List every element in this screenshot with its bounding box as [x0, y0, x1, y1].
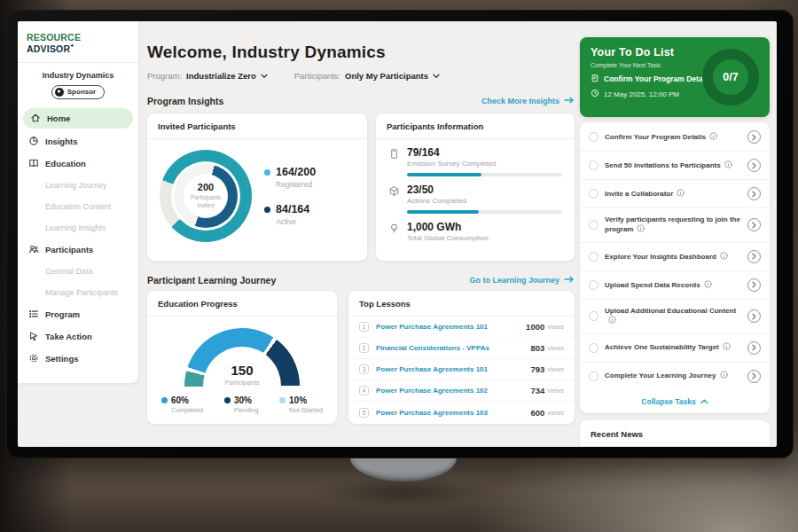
- gauge-chart: 150 Participants: [184, 328, 300, 387]
- sidebar-item-label: Settings: [45, 354, 78, 364]
- link-label: Go to Learning Journey: [469, 276, 559, 285]
- sidebar-item-home[interactable]: Home: [23, 108, 133, 129]
- invited-participants-card: Invited Participants 200 Participants In…: [147, 113, 367, 261]
- task-checkbox[interactable]: [589, 343, 598, 353]
- gauge-center-value: 150: [184, 364, 300, 377]
- program-icon: [28, 309, 39, 319]
- stat-value: 79/164: [407, 146, 496, 159]
- lesson-link[interactable]: Power Purchase Agreements 101: [376, 323, 526, 331]
- program-select[interactable]: Program: Industrialize Zero: [147, 71, 268, 81]
- stat-label: Emission Survey Completed: [407, 160, 496, 168]
- sidebar-item-label: Insights: [45, 137, 77, 146]
- legend-item-completed: 60% Completed: [161, 395, 203, 414]
- task-open-button[interactable]: [747, 309, 761, 323]
- task-checkbox[interactable]: [589, 132, 598, 142]
- task-checkbox[interactable]: [589, 252, 598, 262]
- rank-badge: 5: [359, 408, 369, 418]
- task-open-button[interactable]: [747, 218, 761, 231]
- task-checkbox[interactable]: [589, 189, 598, 199]
- sidebar-item-label: Education: [45, 159, 86, 168]
- info-icon[interactable]: [720, 371, 728, 379]
- task-row: Verify participants requesting to join t…: [580, 208, 770, 243]
- education-icon: [28, 158, 39, 168]
- views-count: 793: [530, 364, 544, 374]
- task-checkbox[interactable]: [589, 160, 598, 170]
- sidebar-item-manage-participants[interactable]: Manage Participants: [18, 282, 138, 303]
- gear-icon: [28, 353, 39, 364]
- info-icon[interactable]: [677, 189, 685, 197]
- sponsor-badge[interactable]: Sponsor: [51, 85, 105, 99]
- task-label: Confirm Your Program Details: [605, 133, 706, 141]
- dashboard-screen: RESOURCE ADVISOR+ Industry Dynamics Spon…: [18, 21, 777, 447]
- info-icon[interactable]: [724, 160, 732, 168]
- sponsor-label: Sponsor: [67, 88, 96, 96]
- section-title: Program Insights: [147, 96, 223, 106]
- gauge-legend: 60% Completed 30% Pending 10% Not Starte…: [147, 387, 337, 414]
- task-open-button[interactable]: [747, 130, 761, 144]
- legend-dot: [161, 397, 168, 403]
- sidebar-item-learning-journey[interactable]: Learning Journey: [18, 175, 138, 196]
- sidebar-item-take-action[interactable]: Take Action: [18, 325, 138, 348]
- todo-progress-ring: 0/7: [702, 49, 759, 106]
- collapse-tasks-link[interactable]: Collapse Tasks: [580, 390, 770, 411]
- task-open-button[interactable]: [747, 159, 761, 172]
- sidebar-item-general-data[interactable]: General Data: [18, 261, 138, 282]
- task-open-button[interactable]: [747, 250, 761, 263]
- info-icon[interactable]: [720, 252, 728, 260]
- sidebar-item-education-content[interactable]: Education Content: [18, 196, 138, 217]
- task-open-button[interactable]: [747, 187, 761, 200]
- actions-icon: [388, 185, 400, 197]
- lesson-link[interactable]: Power Purchase Agreements 102: [376, 387, 530, 395]
- task-open-button[interactable]: [747, 278, 761, 292]
- legend-label: Pending: [234, 406, 259, 414]
- task-checkbox[interactable]: [589, 311, 598, 321]
- task-checkbox[interactable]: [589, 220, 598, 230]
- stat-consumption: 1,000 GWh Total Global Consumption: [376, 214, 575, 242]
- check-more-insights-link[interactable]: Check More Insights: [481, 97, 575, 106]
- stat-actions: 23/50 Actions Completed: [376, 176, 575, 205]
- sidebar-item-learning-insights[interactable]: Learning Insights: [18, 217, 138, 239]
- filter-bar: Program: Industrialize Zero Participants…: [147, 71, 440, 81]
- donut-center: 200 Participants Invited: [184, 174, 228, 218]
- info-icon[interactable]: [608, 316, 616, 324]
- info-icon[interactable]: [709, 132, 717, 140]
- sidebar-item-participants[interactable]: Participants: [18, 239, 138, 261]
- task-checkbox[interactable]: [589, 280, 598, 290]
- task-open-button[interactable]: [747, 370, 761, 383]
- donut-center-label: Participants Invited: [186, 194, 225, 210]
- chevron-up-icon: [700, 397, 708, 406]
- legend-dot: [264, 169, 270, 176]
- lesson-link[interactable]: Financial Considerations - VPPAs: [376, 344, 530, 352]
- home-icon: [30, 113, 41, 123]
- photo-stage: RESOURCE ADVISOR+ Industry Dynamics Spon…: [0, 0, 798, 532]
- go-to-learning-journey-link[interactable]: Go to Learning Journey: [469, 276, 575, 285]
- legend-label: Completed: [171, 406, 203, 414]
- task-checkbox[interactable]: [589, 372, 598, 381]
- sidebar-item-label: Education Content: [45, 202, 111, 211]
- info-icon[interactable]: [723, 342, 731, 350]
- lesson-row: 4 Power Purchase Agreements 102 734 view…: [348, 380, 575, 402]
- legend-value: 84/164: [276, 203, 309, 215]
- info-icon[interactable]: [704, 280, 712, 288]
- sidebar-item-education[interactable]: Education: [18, 153, 138, 175]
- sidebar-item-settings[interactable]: Settings: [18, 348, 138, 370]
- legend-dot: [279, 397, 286, 403]
- section-title: Participant Learning Journey: [147, 275, 276, 286]
- donut-center-value: 200: [198, 182, 214, 192]
- take-action-icon: [28, 331, 39, 341]
- sidebar-item-insights[interactable]: Insights: [18, 130, 138, 153]
- program-insights-header: Program Insights Check More Insights: [147, 96, 575, 106]
- card-title: Top Lessons: [348, 291, 575, 317]
- legend-value: 10%: [289, 395, 307, 405]
- lesson-link[interactable]: Power Purchase Agreements 103: [376, 409, 530, 417]
- sidebar-item-program[interactable]: Program: [18, 303, 138, 325]
- invited-donut-chart: 200 Participants Invited 164/200 Registe…: [147, 139, 367, 242]
- task-row: Upload Spend Data Records: [580, 271, 770, 300]
- stat-value: 23/50: [407, 184, 466, 196]
- participants-icon: [28, 244, 39, 254]
- lesson-link[interactable]: Power Purchase Agreements 101: [376, 365, 530, 373]
- info-icon[interactable]: [637, 224, 645, 232]
- task-open-button[interactable]: [747, 341, 761, 355]
- participants-select[interactable]: Participants: Only My Participants: [294, 71, 440, 81]
- program-label: Program:: [147, 71, 182, 81]
